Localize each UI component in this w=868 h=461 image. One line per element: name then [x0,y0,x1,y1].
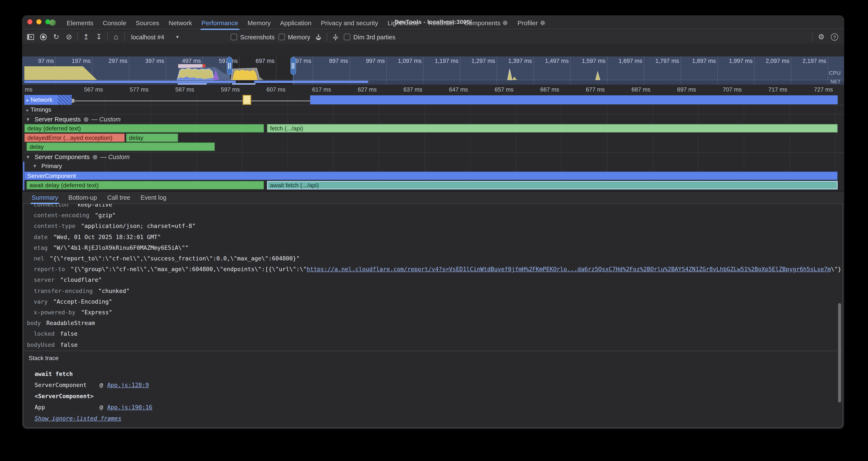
record-and-reload-icon[interactable]: ↻ [52,32,61,42]
report-to-url-link[interactable]: https://a.nel.cloudflare.com/report/v4?s… [307,265,831,272]
property-row: content-encoding"gzip" [34,210,116,221]
property-value: false [60,339,78,350]
tab-label: Recorder [428,19,455,26]
expand-triangle-icon[interactable]: ▼ [32,163,37,169]
flame-bar-delay-deferred-text-[interactable]: delay (deferred text) [24,124,264,133]
tab-elements[interactable]: Elements [62,16,98,30]
flame-bar-servercomponent[interactable]: ServerComponent [24,172,838,180]
frame-function: ServerComponent [35,379,87,391]
property-row: connection"keep-alive" [34,204,116,210]
tab-network[interactable]: Network [164,16,197,30]
collapse-triangle-icon[interactable]: ▸ [27,107,29,113]
ruler-time-label: 667 ms [518,86,559,93]
expand-triangle-icon[interactable]: ▼ [26,154,30,160]
tab-label: Network [168,19,192,26]
screenshots-checkbox[interactable]: Screenshots [231,34,275,40]
home-icon[interactable]: ⌂ [112,32,120,42]
flame-bar-await-delay-deferred-text-[interactable]: await delay (deferred text) [27,181,264,189]
tab-label: Console [103,19,126,26]
property-key: transfer-encoding [34,285,93,296]
track-network: ▸Network [27,96,53,103]
network-selected-request[interactable] [243,95,251,105]
ruler-time-label: 697 ms [655,86,696,93]
frame-source-link[interactable]: App.js:128:9 [107,379,149,391]
track-server-components-header[interactable]: ▼ Server Components — Custom [26,153,130,161]
checkbox-box [344,34,350,40]
capture-settings-gear-icon[interactable]: ⚙ [817,32,826,42]
tab-recorder[interactable]: Recorder [424,16,459,30]
history-select[interactable]: localhost #4 ▼ [129,33,182,41]
tab-components[interactable]: Components [459,16,513,30]
track-timings: ▸Timings [27,106,51,113]
ruler-time-label: 677 ms [564,86,605,93]
ruler-time-label: 567 ms [62,86,103,93]
selection-right-handle[interactable] [290,57,296,75]
clear-icon[interactable]: ⊘ [64,32,73,42]
save-profile-icon[interactable]: ↧ [94,32,103,42]
network-request-bar-striped[interactable] [58,95,72,105]
flame-bar-delay[interactable]: delay [27,142,215,151]
track-server-requests-header[interactable]: ▼ Server Requests — Custom [26,116,121,123]
property-key: connection [34,204,68,210]
bottom-tab-event-log[interactable]: Event log [135,192,172,204]
ruler-time-label: 727 ms [792,86,833,93]
ruler-time-label: 577 ms [107,86,149,93]
ruler-time-label: 647 ms [427,86,468,93]
garbage-collect-icon[interactable] [314,32,323,42]
property-row: content-type"application/json; charset=u… [34,221,196,232]
ruler-time-label: 707 ms [701,86,742,93]
property-key: locked [34,329,55,339]
frame-source-link[interactable]: App.js:190:16 [107,402,152,413]
tab-performance[interactable]: Performance [197,16,243,30]
ruler-time-label: 597 ms [199,86,240,93]
stack-async-label: await fetch [35,368,73,379]
tab-profiler[interactable]: Profiler [513,16,550,30]
bottom-tab-call-tree[interactable]: Call tree [102,192,135,204]
react-atom-icon [83,117,89,122]
devtools-window: DevTools - localhost:3000/ ElementsConso… [22,16,844,429]
property-key: body [27,318,41,328]
track-group-primary[interactable]: ▼ Primary [32,163,62,169]
performance-toolbar: ↻ ⊘ ↥ ↧ ⌂ localhost #4 ▼ Screenshots Mem… [22,30,844,44]
dim-3rd-parties-checkbox[interactable]: Dim 3rd parties [344,34,396,40]
property-key: etag [34,242,48,253]
record-icon[interactable] [39,32,48,42]
flame-bar-fetch-api-[interactable]: fetch (.../api) [267,124,838,133]
expand-triangle-icon[interactable]: ▼ [26,117,30,122]
tab-label: Components [464,19,500,26]
tab-label: Performance [202,19,238,26]
tab-privacy-and-security[interactable]: Privacy and security [316,16,383,30]
bottom-tab-summary[interactable]: Summary [27,192,63,204]
help-icon[interactable]: ? [830,32,839,42]
property-key: bodyUsed [27,339,55,350]
flame-bar-await-fetch-api-[interactable]: await fetch (.../api) [267,181,838,189]
load-profile-icon[interactable]: ↥ [82,32,91,42]
timeline-overview[interactable]: 97 ms197 ms297 ms397 ms497 ms597 ms697 m… [22,56,844,85]
flame-bar-delayederror-ayed-exception-[interactable]: delayedError (...ayed exception) [24,133,125,142]
divider [24,351,842,351]
property-value: "W/\"4b1-RjEJloX9kRinu6F0MAZMmy6E5iA\"" [53,242,189,253]
property-value: "application/json; charset=utf-8" [81,221,195,232]
selection-left-handle[interactable] [227,57,232,75]
collapse-tracks-icon[interactable] [331,32,340,42]
summary-pane: connection"keep-alive"content-encoding"g… [23,204,843,428]
toolbar-separator [107,33,107,41]
ruler-time-label: 627 ms [336,86,377,93]
toolbar-separator [77,33,78,41]
bottom-tab-bottom-up[interactable]: Bottom-up [63,192,102,204]
tab-memory[interactable]: Memory [243,16,275,30]
collapse-triangle-icon[interactable]: ▸ [27,97,29,103]
show-ignore-listed-frames-link[interactable]: Show ignore-listed frames [35,413,121,424]
ruler-time-label: 637 ms [381,86,422,93]
tab-lighthouse[interactable]: Lighthouse [383,16,424,30]
flame-chart-tracks[interactable]: ▸Network ▸Timings ▼ Server Requests — Cu… [22,95,844,191]
tab-console[interactable]: Console [98,16,131,30]
value-suffix: \"}]}" [831,265,843,272]
summary-scrollbar[interactable] [838,303,841,402]
flame-bar-delay[interactable]: delay [126,133,178,142]
tab-application[interactable]: Application [275,16,316,30]
tab-sources[interactable]: Sources [131,16,164,30]
network-request-bar[interactable] [310,95,838,104]
memory-checkbox[interactable]: Memory [279,34,310,40]
toggle-sidebar-icon[interactable] [26,32,35,42]
